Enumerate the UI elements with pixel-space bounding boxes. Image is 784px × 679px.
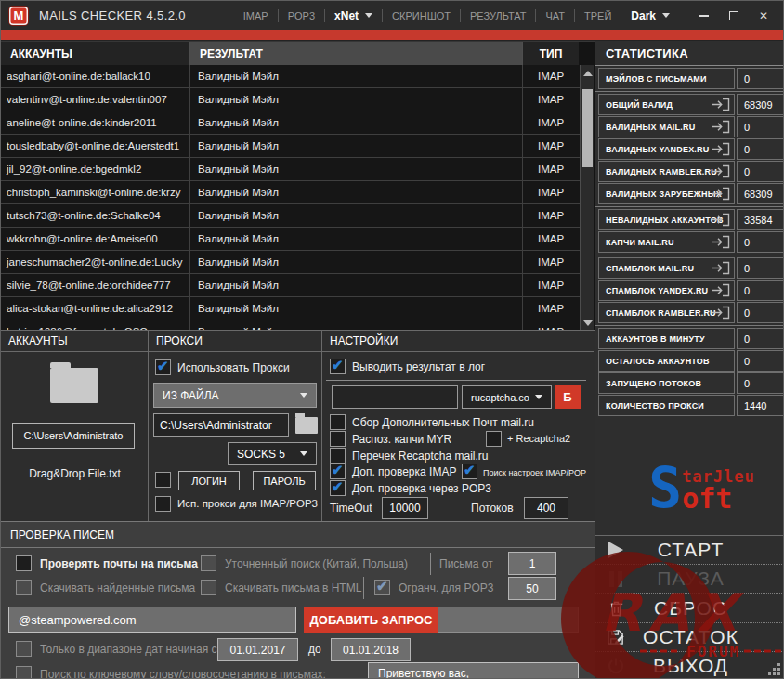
dragdrop-hint: Drag&Drop File.txt — [1, 467, 149, 480]
export-icon[interactable] — [711, 261, 730, 275]
menu-item-imap[interactable]: IMAP — [234, 10, 278, 21]
save-action-button[interactable]: ОСТАТОК — [595, 623, 784, 652]
menu-item-dark[interactable]: Dark — [621, 9, 679, 22]
pop3-limit-checkbox[interactable] — [374, 580, 390, 595]
menu-item-xnet[interactable]: xNet — [325, 9, 382, 22]
password-button[interactable]: ПАРОЛЬ — [253, 471, 316, 490]
captcha-key-input[interactable] — [332, 385, 458, 409]
table-row[interactable]: christoph_kaminski@t-online.de:krzyВалид… — [1, 181, 580, 204]
table-row[interactable]: wkkrohn@t-online.de:Ameise00Валидный Мэй… — [1, 228, 580, 251]
proxy-auth-checkbox[interactable] — [155, 472, 171, 488]
table-row[interactable]: tousledbaby@t-online.de:Auerstedt1Валидн… — [1, 135, 580, 158]
extra-imap-check-checkbox[interactable] — [330, 464, 346, 479]
column-header-accounts[interactable]: АККАУНТЫ — [1, 42, 190, 65]
export-icon[interactable] — [711, 283, 730, 297]
brand-logo-s: S — [648, 464, 682, 512]
proxy-imap-pop3-checkbox[interactable] — [155, 496, 171, 512]
results-table: АККАУНТЫ РЕЗУЛЬТАТ ТИП asghari@t-online.… — [1, 42, 595, 331]
add-query-button[interactable]: ДОБАВИТЬ ЗАПРОС — [304, 607, 438, 633]
login-button[interactable]: ЛОГИН — [178, 471, 240, 490]
collect-extra-mail-checkbox[interactable] — [330, 414, 346, 430]
keyword-checkbox[interactable] — [16, 666, 32, 679]
stat-row: СПАМБЛОК RAMBLER.RU0 — [598, 302, 784, 323]
refined-search-checkbox[interactable] — [201, 555, 216, 571]
table-row[interactable]: aneline@t-online.de:kinder2011Валидный М… — [1, 111, 580, 135]
table-row[interactable]: tutsch73@t-online.de:Schalke04Валидный М… — [1, 204, 580, 228]
keyword-input[interactable] — [368, 662, 579, 679]
pause-icon — [605, 568, 627, 589]
threads-input[interactable] — [524, 497, 568, 519]
table-scrollbar[interactable] — [580, 65, 594, 331]
account-cell: silvie_78@t-online.de:orchidee777 — [1, 274, 190, 296]
account-cell: katrin_1986@freenet.de:OSC — [1, 320, 190, 331]
export-icon[interactable] — [711, 142, 730, 156]
date-range-checkbox[interactable] — [16, 641, 32, 657]
imap-pop-settings-search-checkbox[interactable] — [462, 464, 477, 479]
play-action-button[interactable]: СТАРТ — [595, 536, 784, 565]
export-icon[interactable] — [711, 235, 730, 249]
download-mail-checkbox[interactable] — [16, 580, 32, 595]
menu-item-чат[interactable]: ЧАТ — [536, 10, 574, 21]
scroll-down-icon[interactable] — [581, 316, 595, 330]
type-cell: IMAP — [523, 251, 579, 273]
export-icon[interactable] — [711, 120, 730, 134]
table-row[interactable]: valentinv@t-online.de:valentin007Валидны… — [1, 88, 580, 111]
check-mail-checkbox[interactable] — [16, 555, 32, 571]
proxy-path-input[interactable] — [153, 413, 289, 437]
log-output-checkbox[interactable] — [330, 359, 346, 374]
pause-action-button[interactable]: ПАУЗА — [595, 565, 784, 594]
trash-action-button[interactable]: СБРОС — [595, 594, 784, 622]
table-row[interactable]: katrin_1986@freenet.de:OSCВалидный МэйлI… — [1, 320, 580, 331]
extra-pop3-check-checkbox[interactable] — [330, 480, 346, 496]
action-label: ОСТАТОК — [643, 626, 738, 648]
chevron-down-icon — [535, 395, 542, 399]
proxy-type-select[interactable]: SOCKS 5 — [228, 442, 317, 465]
maximize-button[interactable] — [722, 6, 746, 26]
letters-from-value[interactable]: 1 — [508, 552, 556, 575]
scroll-up-icon[interactable] — [581, 66, 595, 80]
query-input[interactable] — [8, 607, 296, 633]
menu-item-скриншот[interactable]: СКРИНШОТ — [383, 10, 460, 21]
pop3-limit-value[interactable]: 50 — [508, 577, 556, 600]
browse-folder-icon[interactable] — [295, 417, 318, 434]
date-from-value[interactable]: 01.01.2017 — [217, 638, 298, 661]
resize-grip[interactable] — [766, 661, 780, 675]
table-row[interactable]: asghari@t-online.de:ballack10Валидный Мэ… — [1, 65, 580, 88]
menu-item-трей[interactable]: ТРЕЙ — [575, 10, 621, 21]
scrollbar-thumb[interactable] — [582, 89, 593, 167]
table-row[interactable]: jil_92@t-online.de:bgedmkl2Валидный Мэйл… — [1, 158, 580, 181]
use-proxy-checkbox[interactable] — [155, 359, 171, 375]
export-icon[interactable] — [711, 187, 730, 201]
action-label: ВЫХОД — [653, 655, 728, 677]
proxy-source-select[interactable]: ИЗ ФАЙЛА — [153, 383, 317, 408]
column-header-result[interactable]: РЕЗУЛЬТАТ — [190, 42, 523, 65]
menu-item-результат[interactable]: РЕЗУЛЬТАТ — [461, 10, 535, 21]
download-html-checkbox[interactable] — [201, 580, 216, 595]
table-row[interactable]: alica-stokan@t-online.de:alica2912Валидн… — [1, 297, 580, 320]
menu-item-pop3[interactable]: POP3 — [279, 10, 324, 21]
export-icon[interactable] — [711, 164, 730, 178]
balance-button[interactable]: Б — [555, 385, 581, 409]
accounts-file-path[interactable]: C:\Users\Administrato — [12, 423, 135, 449]
pop3-limit-label: Огранч. для POP3 — [399, 581, 493, 594]
export-icon[interactable] — [711, 98, 730, 111]
date-to-value[interactable]: 01.01.2018 — [331, 638, 411, 661]
table-row[interactable]: janeschumacher2@t-online.de:LuckyВалидны… — [1, 251, 580, 274]
export-icon[interactable] — [711, 306, 730, 320]
power-action-button[interactable]: ВЫХОД — [595, 652, 784, 679]
table-row[interactable]: silvie_78@t-online.de:orchidee777Валидны… — [1, 274, 580, 297]
minimize-button[interactable] — [692, 6, 716, 26]
column-header-type[interactable]: ТИП — [523, 42, 579, 65]
result-cell: Валидный Мэйл — [190, 88, 523, 111]
export-icon[interactable] — [711, 213, 730, 227]
result-cell: Валидный Мэйл — [190, 65, 523, 87]
action-label: СТАРТ — [658, 539, 725, 561]
recaptcha2-checkbox[interactable] — [486, 431, 502, 447]
close-button[interactable]: ✕ — [751, 6, 776, 26]
timeout-input[interactable] — [382, 497, 428, 519]
folder-icon[interactable] — [50, 368, 98, 403]
stat-row: КАПЧИ MAIL.RU0 — [598, 231, 784, 253]
captcha-service-select[interactable]: rucaptcha.co — [462, 385, 552, 409]
captcha-myr-checkbox[interactable] — [330, 431, 346, 447]
stats-group-separator — [595, 255, 784, 255]
